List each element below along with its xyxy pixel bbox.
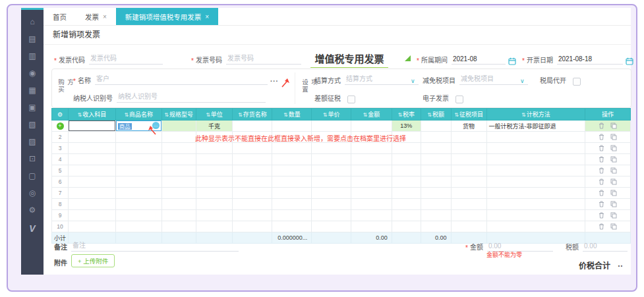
item-cell[interactable] — [392, 143, 421, 154]
item-cell[interactable] — [272, 121, 312, 132]
upload-attachment-button[interactable]: + 上传附件 — [71, 254, 115, 267]
item-cell[interactable] — [233, 121, 272, 132]
item-cell[interactable] — [392, 221, 421, 232]
sort-icon[interactable]: ⇅ — [78, 112, 82, 118]
copy-row-icon[interactable] — [610, 167, 617, 174]
item-cell[interactable] — [69, 199, 116, 210]
item-cell[interactable] — [233, 176, 272, 188]
item-cell[interactable] — [421, 199, 451, 210]
item-cell[interactable] — [272, 176, 312, 188]
item-cell[interactable] — [196, 210, 233, 221]
item-cell[interactable] — [69, 176, 116, 188]
funds-icon[interactable]: ◉ — [27, 68, 38, 78]
delete-row-icon[interactable] — [599, 223, 604, 230]
item-cell[interactable] — [115, 143, 161, 154]
item-cell[interactable] — [196, 188, 233, 199]
column-settings-header[interactable]: ⚙ — [52, 109, 69, 121]
item-cell[interactable] — [451, 165, 486, 176]
item-cell[interactable] — [312, 221, 351, 232]
item-cell[interactable] — [161, 132, 196, 143]
add-row-icon[interactable]: + — [57, 122, 64, 130]
item-cell[interactable] — [69, 132, 116, 143]
buyer-taxid-input[interactable]: 纳税人识别号 — [117, 91, 266, 103]
grand-total-value[interactable]: ·· — [618, 261, 623, 271]
tab-发票[interactable]: 发票× — [76, 8, 116, 25]
sort-icon[interactable]: ⇅ — [206, 112, 210, 118]
copy-row-icon[interactable] — [610, 156, 617, 163]
item-cell[interactable] — [392, 210, 421, 221]
item-cell[interactable] — [312, 176, 351, 188]
column-header-税率[interactable]: ⇅税率 — [392, 109, 421, 121]
column-header-单位[interactable]: ⇅单位 — [196, 109, 233, 121]
calendar-icon[interactable] — [626, 57, 633, 65]
item-cell[interactable] — [115, 221, 161, 232]
column-header-单价[interactable]: ⇅单价 — [312, 109, 351, 121]
date-input[interactable]: 2021-08-18 — [557, 55, 623, 65]
item-cell[interactable] — [115, 210, 161, 221]
period-input[interactable]: 2021-08 — [452, 55, 506, 65]
item-cell[interactable] — [272, 165, 312, 176]
buyer-name-input[interactable]: 客户 — [95, 73, 268, 85]
item-cell[interactable] — [351, 154, 392, 165]
column-header-规格型号[interactable]: ⇅规格型号 — [161, 109, 196, 121]
sort-icon[interactable]: ⇅ — [454, 112, 459, 118]
diff-tax-checkbox[interactable] — [347, 95, 355, 103]
item-cell[interactable] — [392, 165, 421, 176]
item-cell[interactable] — [161, 188, 196, 199]
item-cell[interactable] — [115, 176, 161, 188]
item-cell[interactable] — [161, 210, 196, 221]
column-header-数量[interactable]: ⇅数量 — [272, 109, 312, 121]
item-cell[interactable] — [161, 199, 196, 210]
item-cell[interactable] — [351, 176, 392, 188]
item-cell[interactable] — [272, 199, 312, 210]
item-cell[interactable] — [69, 188, 116, 199]
copy-row-icon[interactable] — [610, 178, 617, 185]
item-cell[interactable] — [69, 154, 116, 165]
item-cell[interactable] — [272, 188, 312, 199]
copy-row-icon[interactable] — [610, 223, 617, 230]
copy-row-icon[interactable] — [610, 201, 617, 207]
item-cell[interactable] — [486, 188, 585, 199]
item-cell[interactable] — [161, 121, 196, 132]
item-cell[interactable] — [451, 188, 486, 199]
item-cell[interactable] — [272, 221, 312, 232]
contacts-icon[interactable]: ◎ — [27, 188, 38, 198]
delete-row-icon[interactable] — [599, 145, 604, 151]
delete-row-icon[interactable] — [599, 167, 604, 174]
item-cell[interactable] — [486, 132, 585, 143]
copy-row-icon[interactable] — [610, 145, 617, 151]
item-cell[interactable] — [421, 188, 451, 199]
copy-row-icon[interactable] — [610, 212, 617, 219]
item-cell[interactable] — [196, 221, 233, 232]
item-cell[interactable] — [312, 188, 351, 199]
add-row-cell[interactable]: + — [52, 121, 69, 132]
remark-input[interactable]: 备注 — [71, 240, 239, 252]
column-header-商品名称[interactable]: ⇅商品名称 — [115, 109, 161, 121]
item-cell[interactable] — [421, 165, 451, 176]
sort-icon[interactable]: ⇅ — [124, 112, 129, 118]
copy-row-icon[interactable] — [610, 134, 617, 140]
item-cell[interactable] — [421, 154, 451, 165]
item-cell[interactable] — [451, 221, 486, 232]
item-cell[interactable] — [272, 154, 312, 165]
item-cell[interactable] — [392, 176, 421, 188]
item-cell[interactable] — [161, 143, 196, 154]
sort-icon[interactable]: ⇅ — [238, 112, 243, 118]
delete-row-icon[interactable] — [599, 212, 604, 219]
item-cell[interactable] — [351, 199, 392, 210]
column-header-计税方法[interactable]: ⇅计税方法 — [486, 109, 585, 121]
item-cell[interactable] — [451, 210, 486, 221]
item-cell[interactable] — [233, 143, 272, 154]
item-cell[interactable] — [451, 199, 486, 210]
delete-row-icon[interactable] — [599, 156, 604, 163]
home-icon[interactable]: ⌂ — [27, 16, 38, 27]
item-cell[interactable] — [233, 210, 272, 221]
item-cell[interactable] — [115, 154, 161, 165]
item-cell[interactable] — [233, 165, 272, 176]
item-cell[interactable] — [351, 165, 392, 176]
report-icon[interactable]: ▥ — [27, 51, 38, 61]
item-cell[interactable] — [312, 154, 351, 165]
column-header-金额[interactable]: ⇅金额 — [351, 109, 392, 121]
item-cell[interactable] — [486, 154, 585, 165]
deduction-select[interactable]: 减免税项目 — [459, 73, 528, 85]
